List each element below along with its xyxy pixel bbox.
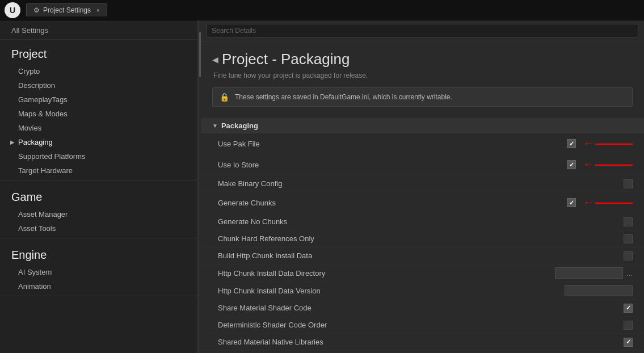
sidebar-item-label-packaging: Packaging xyxy=(18,138,53,146)
section-header-packaging[interactable]: ▼Packaging xyxy=(201,118,644,133)
page-title-text: Project - Packaging xyxy=(222,51,350,68)
row-control-http-chunk-version xyxy=(565,285,633,296)
settings-row-http-chunk-version: Http Chunk Install Data Version xyxy=(201,282,644,300)
row-label-http-chunk-dir: Http Chunk Install Data Directory xyxy=(218,269,325,278)
checkbox-make-binary-config[interactable] xyxy=(624,179,633,188)
row-label-deterministic-shader: Deterministic Shader Code Order xyxy=(218,321,327,329)
sidebar-item-target-hardware[interactable]: Target Hardware xyxy=(0,163,197,178)
sidebar-divider xyxy=(0,238,197,238)
settings-row-http-chunk-dir: Http Chunk Install Data Directory... xyxy=(201,264,644,282)
section-title-label: Packaging xyxy=(221,121,258,130)
row-control-use-pak-file: ←——— xyxy=(567,136,633,151)
sidebar-item-label-asset-tools: Asset Tools xyxy=(18,224,56,233)
row-control-chunk-hard-refs xyxy=(624,234,633,243)
sidebar-item-label-asset-manager: Asset Manager xyxy=(18,210,68,218)
sidebar-item-animation[interactable]: Animation xyxy=(0,279,197,293)
row-label-generate-no-chunks: Generate No Chunks xyxy=(218,217,287,226)
ue-logo: U xyxy=(5,2,20,18)
row-control-make-binary-config xyxy=(624,179,633,188)
arrow-annotation-use-pak-file: ←——— xyxy=(583,136,633,151)
ellipsis-button-http-chunk-dir[interactable]: ... xyxy=(626,269,633,278)
row-control-generate-no-chunks xyxy=(624,217,633,226)
checkbox-use-io-store[interactable] xyxy=(567,160,576,169)
checkbox-generate-no-chunks[interactable] xyxy=(624,217,633,226)
sidebar-section-project: Project xyxy=(0,40,197,64)
row-label-use-pak-file: Use Pak File xyxy=(218,140,260,148)
checkbox-shared-material-native[interactable] xyxy=(624,338,633,347)
settings-row-deterministic-shader: Deterministic Shader Code Order xyxy=(201,317,644,334)
settings-row-use-pak-file: Use Pak File←——— xyxy=(201,133,644,154)
settings-sections: ▼PackagingUse Pak File←———Use Io Store←—… xyxy=(201,112,644,353)
sidebar-item-label-gameplaytags: GameplayTags xyxy=(18,95,68,104)
settings-row-shared-material-native: Shared Material Native Libraries xyxy=(201,334,644,351)
content-area: ◀ Project - Packaging Fine tune how your… xyxy=(201,20,644,353)
settings-row-share-material-shader: Share Material Shader Code xyxy=(201,300,644,317)
row-control-generate-chunks: ←——— xyxy=(567,195,633,210)
settings-section-packaging: ▼PackagingUse Pak File←———Use Io Store←—… xyxy=(201,118,644,351)
sidebar-item-label-animation: Animation xyxy=(18,282,51,291)
settings-row-make-binary-config: Make Binary Config xyxy=(201,175,644,192)
row-control-share-material-shader xyxy=(624,304,633,313)
title-bar: U ⚙ Project Settings × xyxy=(0,0,644,20)
sidebar-divider xyxy=(0,296,197,296)
sidebar-item-crypto[interactable]: Crypto xyxy=(0,64,197,78)
info-banner-text: These settings are saved in DefaultGame.… xyxy=(235,93,452,101)
sidebar-item-gameplaytags[interactable]: GameplayTags xyxy=(0,93,197,107)
sidebar-item-label-description: Description xyxy=(18,81,55,90)
row-label-make-binary-config: Make Binary Config xyxy=(218,179,282,188)
sidebar-item-label-target-hardware: Target Hardware xyxy=(18,166,73,175)
row-label-http-chunk-version: Http Chunk Install Data Version xyxy=(218,287,321,295)
sidebar-item-label-crypto: Crypto xyxy=(18,67,40,75)
sidebar-section-game: Game xyxy=(0,183,197,207)
row-control-build-http-chunk xyxy=(624,251,633,260)
sidebar-item-asset-manager[interactable]: Asset Manager xyxy=(0,207,197,221)
sidebar-item-label-movies: Movies xyxy=(18,124,41,132)
row-control-use-io-store: ←——— xyxy=(567,157,633,172)
sidebar-section-engine: Engine xyxy=(0,241,197,265)
row-control-shared-material-native xyxy=(624,338,633,347)
page-subtitle: Fine tune how your project is packaged f… xyxy=(213,72,633,79)
main-layout: All Settings ProjectCryptoDescriptionGam… xyxy=(0,20,644,353)
row-label-chunk-hard-refs: Chunk Hard References Only xyxy=(218,234,314,243)
title-tab[interactable]: ⚙ Project Settings × xyxy=(26,3,107,16)
sidebar-item-label-supported-platforms: Supported Platforms xyxy=(18,152,86,161)
sidebar-divider xyxy=(0,180,197,180)
checkbox-use-pak-file[interactable] xyxy=(567,139,576,148)
sidebar-all-settings[interactable]: All Settings xyxy=(0,20,197,40)
search-bar xyxy=(201,20,644,41)
info-banner: 🔒 These settings are saved in DefaultGam… xyxy=(212,87,633,107)
row-control-deterministic-shader xyxy=(624,321,633,330)
text-input-http-chunk-dir[interactable] xyxy=(555,267,623,279)
sidebar: All Settings ProjectCryptoDescriptionGam… xyxy=(0,20,199,353)
settings-row-chunk-hard-refs: Chunk Hard References Only xyxy=(201,230,644,247)
row-label-build-http-chunk: Build Http Chunk Install Data xyxy=(218,251,312,260)
sidebar-item-maps-modes[interactable]: Maps & Modes xyxy=(0,107,197,121)
row-label-shared-material-native: Shared Material Native Libraries xyxy=(218,338,323,346)
sidebar-item-supported-platforms[interactable]: Supported Platforms xyxy=(0,149,197,163)
checkbox-deterministic-shader[interactable] xyxy=(624,321,633,330)
text-input-http-chunk-version[interactable] xyxy=(565,285,633,296)
page-title: ◀ Project - Packaging xyxy=(212,51,633,68)
search-input[interactable] xyxy=(207,24,638,37)
sidebar-item-description[interactable]: Description xyxy=(0,78,197,93)
checkbox-share-material-shader[interactable] xyxy=(624,304,633,313)
arrow-annotation-generate-chunks: ←——— xyxy=(583,195,633,210)
sidebar-item-asset-tools[interactable]: Asset Tools xyxy=(0,221,197,236)
close-icon[interactable]: × xyxy=(96,7,100,14)
title-collapse-arrow[interactable]: ◀ xyxy=(212,55,218,64)
chevron-icon-packaging: ▶ xyxy=(10,139,15,145)
settings-row-generate-chunks: Generate Chunks←——— xyxy=(201,192,644,213)
sidebar-item-packaging[interactable]: ▶Packaging xyxy=(0,135,197,149)
sidebar-item-label-ai-system: AI System xyxy=(18,268,52,276)
row-label-generate-chunks: Generate Chunks xyxy=(218,199,276,207)
row-label-share-material-shader: Share Material Shader Code xyxy=(218,304,312,312)
checkbox-chunk-hard-refs[interactable] xyxy=(624,234,633,243)
sidebar-item-movies[interactable]: Movies xyxy=(0,121,197,135)
sidebar-item-ai-system[interactable]: AI System xyxy=(0,265,197,279)
tab-label: Project Settings xyxy=(43,6,91,14)
settings-rows: Use Pak File←———Use Io Store←———Make Bin… xyxy=(201,133,644,351)
checkbox-generate-chunks[interactable] xyxy=(567,198,576,207)
checkbox-build-http-chunk[interactable] xyxy=(624,251,633,260)
row-control-http-chunk-dir: ... xyxy=(555,267,633,279)
sidebar-sections: ProjectCryptoDescriptionGameplayTagsMaps… xyxy=(0,40,197,296)
